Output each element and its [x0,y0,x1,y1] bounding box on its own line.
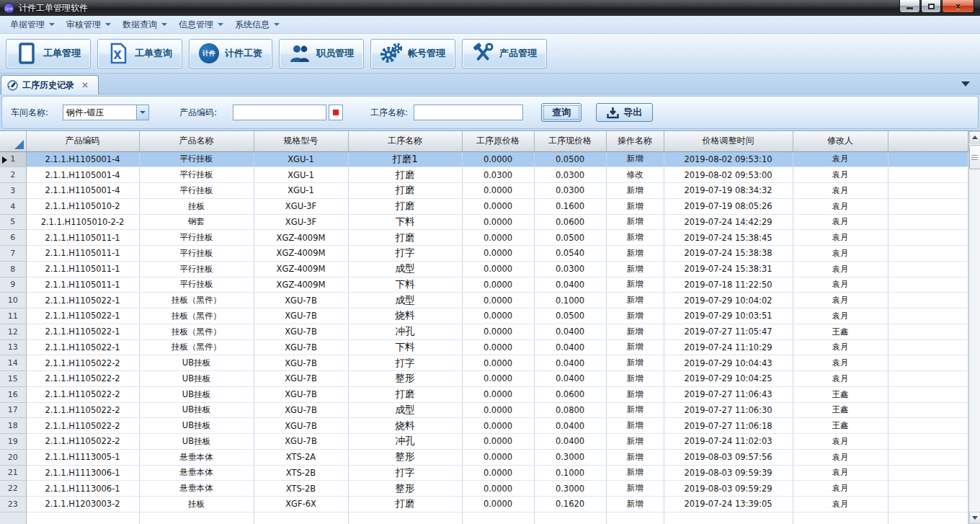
cell[interactable]: 0.0400 [534,418,606,434]
cell[interactable]: XGU-1 [254,183,348,199]
cell[interactable]: UB挂板 [139,434,254,450]
cell[interactable]: 钢套 [139,214,254,230]
cell[interactable]: 2.1.1.H1105001-4 [26,151,139,167]
cell[interactable]: 2.1.1.H1105011-1 [26,261,139,277]
cell[interactable]: 袁月 [793,308,888,324]
cell[interactable]: 平行挂板 [139,151,254,167]
cell[interactable]: 2019-08-02 09:53:10 [664,151,793,167]
table-row[interactable]: 102.1.1.H1105022-1挂板（黑件）XGU-7B成型0.00000.… [0,293,968,308]
cell[interactable]: 挂板（黑件） [139,308,254,324]
cell[interactable]: 新增 [606,449,664,465]
maximize-button[interactable] [921,0,941,13]
cell[interactable]: 悬垂本体 [139,481,254,497]
cell[interactable]: 袁月 [793,246,888,262]
cell[interactable]: 修改 [606,167,664,183]
table-row[interactable]: 52.1.1.H1105010-2-2钢套XGU-3F下料0.00000.060… [0,214,968,230]
cell[interactable]: UB挂板 [139,402,254,418]
cell[interactable]: 0.0000 [462,497,534,512]
cell[interactable]: XGU-7B [254,418,348,434]
row-number[interactable]: 4 [0,198,26,214]
cell[interactable]: XGU-1 [254,167,348,183]
cell[interactable]: 2.1.1.H1113006-1 [26,481,139,497]
cell[interactable]: 新增 [606,418,664,434]
cell[interactable]: 0.1000 [534,465,606,481]
cell[interactable]: 挂板（黑件） [139,324,254,339]
cell[interactable]: 下料 [348,214,462,230]
cell[interactable]: 0.0600 [534,214,606,230]
cell[interactable]: 2019-07-19 08:34:32 [664,183,793,199]
table-row[interactable]: 62.1.1.H1105011-1平行挂板XGZ-4009M打磨0.00000.… [0,230,968,246]
table-row[interactable]: 222.1.1.H1113006-1悬垂本体XTS-2B整形0.00000.30… [0,481,968,497]
work-order-manage-button[interactable]: 工单管理 [6,39,91,68]
cell[interactable]: 打磨 [348,198,462,214]
cell[interactable]: 打磨 [348,183,462,199]
cell[interactable]: XGZ-4009M [254,277,348,293]
cell[interactable]: 0.0000 [462,308,534,324]
cell[interactable]: 0.0000 [462,434,534,450]
cell[interactable]: 平行挂板 [139,261,254,277]
cell[interactable]: 2019-07-29 10:04:25 [664,371,793,387]
cell[interactable]: 新增 [606,465,664,481]
cell[interactable]: XGF-6X [254,497,348,512]
cell[interactable]: 挂板（黑件） [139,293,254,308]
scrollbar-thumb[interactable] [969,145,980,169]
workshop-combobox[interactable]: 钢件-锻压 [63,105,149,120]
table-row[interactable]: 182.1.1.H1105022-2UB挂板XGU-7B烧料0.00000.04… [0,418,968,434]
cell[interactable]: XGU-7B [254,386,348,402]
cell[interactable]: 0.0540 [534,246,606,262]
export-button[interactable]: 导出 [596,103,653,122]
piecework-wage-button[interactable]: 计件 计件工资 [189,39,272,68]
cell[interactable]: 新增 [606,402,664,418]
cell[interactable]: XGU-3F [254,198,348,214]
cell[interactable]: 新增 [606,246,664,262]
cell[interactable]: 袁月 [793,214,888,230]
table-row[interactable]: 142.1.1.H1105022-2UB挂板XGU-7B打字0.00000.04… [0,355,968,371]
cell[interactable]: 0.0000 [462,183,534,199]
table-row[interactable]: 152.1.1.H1105022-2UB挂板XGU-7B整形0.00000.04… [0,371,968,387]
cell[interactable]: XGU-7B [254,308,348,324]
cell[interactable]: 2019-07-24 14:42:29 [664,214,793,230]
cell[interactable]: 袁月 [793,277,888,293]
product-code-lookup-button[interactable] [329,105,343,120]
cell[interactable]: XGU-7B [254,371,348,387]
cell[interactable]: 0.0000 [462,465,534,481]
cell[interactable]: 打磨 [348,497,462,512]
cell[interactable]: 0.0400 [534,371,606,387]
staff-manage-button[interactable]: 职员管理 [279,39,364,68]
cell[interactable]: 2019-07-27 11:06:18 [664,418,793,434]
table-row[interactable]: 22.1.1.H1105001-4平行挂板XGU-1打磨0.03000.0300… [0,167,968,183]
cell[interactable]: 0.0500 [534,230,606,246]
cell[interactable]: 王鑫 [793,324,888,339]
query-button[interactable]: 查询 [541,103,582,122]
row-number[interactable]: 18 [0,418,26,434]
cell[interactable]: XTS-2B [254,465,348,481]
account-manage-button[interactable]: 帐号管理 [370,39,455,68]
tab-process-history[interactable]: 工序历史记录 × [1,75,99,94]
cell[interactable]: 2019-07-27 11:06:30 [664,402,793,418]
table-row[interactable]: 192.1.1.H1105022-2UB挂板XGU-7B冲孔0.00000.04… [0,434,968,450]
column-header[interactable]: 工序现价格 [534,131,606,151]
cell[interactable]: 2.1.1.H1203003-2 [26,497,139,512]
minimize-button[interactable] [899,0,920,13]
table-row[interactable]: 32.1.1.H1105001-4平行挂板XGU-1打磨0.00000.0300… [0,183,968,199]
row-number[interactable]: 16 [0,386,26,402]
cell[interactable]: 0.0400 [534,324,606,339]
cell[interactable]: 2.1.1.H1105010-2-2 [26,214,139,230]
table-row[interactable]: 172.1.1.H1105022-2UB挂板XGU-7B成型0.00000.08… [0,402,968,418]
cell[interactable]: XGU-3F [254,214,348,230]
table-row[interactable]: 132.1.1.H1105022-1挂板（黑件）XGU-7B下料0.00000.… [0,339,968,355]
cell[interactable]: 2.1.1.H1113006-1 [26,465,139,481]
column-header[interactable]: 规格型号 [254,131,348,151]
cell[interactable]: XGU-7B [254,402,348,418]
row-number[interactable]: 5 [0,214,26,230]
row-number[interactable]: 12 [0,324,26,339]
cell[interactable]: 打字 [348,355,462,371]
cell[interactable]: XGU-1 [254,151,348,167]
row-number[interactable]: 20 [0,449,26,465]
combo-dropdown-button[interactable] [136,105,148,120]
table-row[interactable]: 82.1.1.H1105011-1平行挂板XGZ-4009M成型0.00000.… [0,261,968,277]
cell[interactable]: 袁月 [793,465,888,481]
column-header[interactable]: 产品名称 [139,131,254,151]
cell[interactable]: 新增 [606,261,664,277]
row-number[interactable]: 21 [0,465,26,481]
